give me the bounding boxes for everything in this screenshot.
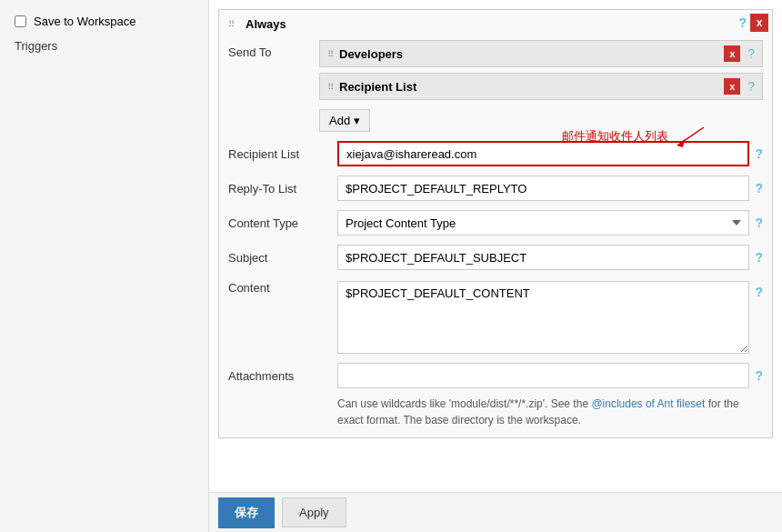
send-to-items: ⠿ Developers x ? ⠿ Re [319,40,763,132]
reply-to-list-label: Reply-To List [228,182,337,196]
attachments-field-wrap: ? [337,363,763,388]
save-to-workspace-checkbox[interactable] [15,15,26,27]
tag-inner-developers: ⠿ Developers [327,47,724,61]
subject-label: Subject [228,251,337,265]
subject-help-icon[interactable]: ? [755,250,763,265]
main-content: ⠿ Always x ? Send To ⠿ Developers [209,0,782,492]
recipient-list-help-icon[interactable]: ? [755,146,763,161]
reply-to-list-field-wrap: ? [337,176,763,201]
always-panel: ⠿ Always x ? Send To ⠿ Developers [218,9,773,438]
annotation-arrow-icon [672,123,708,150]
reply-to-list-input[interactable] [337,176,749,201]
subject-field-wrap: ? [337,245,763,270]
recipient-list-tag: ⠿ Recipient List x ? [319,73,763,100]
sidebar-item-triggers[interactable]: Triggers [0,34,208,58]
send-to-label: Send To [228,40,319,132]
developers-close-button[interactable]: x [724,45,740,62]
sidebar: Save to Workspace Triggers [0,0,209,532]
always-header: ⠿ Always [228,17,763,31]
always-close-button[interactable]: x [750,14,768,32]
content-row: Content $PROJECT_DEFAULT_CONTENT ? [228,277,763,356]
content-textarea[interactable]: $PROJECT_DEFAULT_CONTENT [337,281,749,354]
subject-input[interactable] [337,245,749,270]
content-type-row: Content Type Project Content Type HTML T… [228,208,763,237]
apply-button[interactable]: Apply [282,497,346,527]
save-to-workspace-row: Save to Workspace [0,9,208,34]
content-field-wrap: $PROJECT_DEFAULT_CONTENT ? [337,281,763,354]
recipient-help-icon[interactable]: ? [747,79,755,94]
attachments-note: Can use wildcards like 'module/dist/**/*… [337,396,763,428]
developers-tag-name: Developers [339,47,403,61]
attachments-help-icon[interactable]: ? [755,368,763,383]
attachments-row: Attachments ? [228,361,763,390]
content-type-select[interactable]: Project Content Type HTML Text [337,210,749,236]
content-type-help-icon[interactable]: ? [755,216,763,230]
always-title: Always [246,17,286,31]
always-help-icon[interactable]: ? [738,15,747,30]
developers-drag-icon: ⠿ [327,49,334,59]
reply-to-list-row: Reply-To List ? [228,174,763,203]
content-help-icon[interactable]: ? [755,285,763,299]
recipient-list-label: Recipient List [228,147,337,161]
developers-tag-right: x ? [724,45,755,62]
reply-to-list-help-icon[interactable]: ? [755,181,763,196]
attachments-note-area: Can use wildcards like 'module/dist/**/*… [337,396,763,428]
content-label: Content [228,281,337,295]
developers-help-icon[interactable]: ? [747,46,755,61]
recipient-tag-name: Recipient List [339,80,416,94]
recipient-drag-icon: ⠿ [327,82,334,92]
bottom-bar: 保存 Apply [209,492,782,532]
attachments-label: Attachments [228,369,337,383]
drag-handle-icon: ⠿ [228,19,235,29]
recipient-tag-right: x ? [724,78,755,95]
recipient-close-button[interactable]: x [724,78,740,95]
save-to-workspace-label: Save to Workspace [34,15,135,28]
content-type-label: Content Type [228,216,337,230]
save-button[interactable]: 保存 [218,497,275,528]
attachments-input[interactable] [337,363,749,388]
content-type-field-wrap: Project Content Type HTML Text ? [337,210,763,236]
subject-row: Subject ? [228,243,763,272]
svg-marker-0 [677,139,685,147]
ant-fileset-link[interactable]: @includes of Ant fileset [591,397,705,410]
add-button[interactable]: Add ▾ [319,109,370,132]
tag-inner-recipient: ⠿ Recipient List [327,80,724,94]
developers-tag: ⠿ Developers x ? [319,40,763,67]
annotation-text: 邮件通知收件人列表 [562,128,668,145]
send-to-section: Send To ⠿ Developers x ? [228,40,763,132]
annotation-container: 邮件通知收件人列表 [562,123,708,150]
